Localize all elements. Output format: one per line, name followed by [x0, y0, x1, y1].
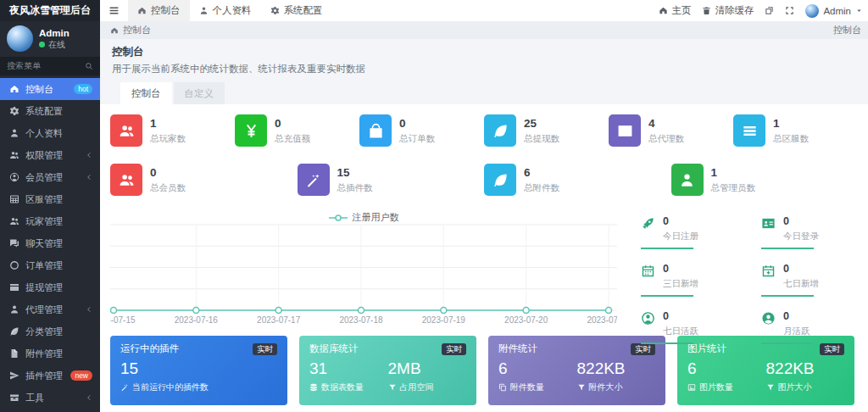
user-circle-solid-icon [761, 311, 776, 326]
dashboard-icon [9, 84, 19, 94]
stat-3day-new: 0三日新增 [641, 257, 737, 304]
hamburger-icon [108, 5, 120, 16]
sidebar-item-agents[interactable]: 代理管理 [0, 298, 100, 320]
stat-total-players: 1总玩家数 [110, 114, 235, 152]
sidebar-item-servers[interactable]: 区服管理 [0, 188, 100, 210]
users-icon [110, 114, 142, 147]
svg-text:2023-07-20: 2023-07-20 [504, 315, 548, 325]
admin-dashboard: 夜风冰雪管理后台 Admin 在线 搜索菜单 控制台hot 系统配置 个人资料 … [0, 0, 868, 412]
caret-down-icon [855, 7, 863, 14]
fullscreen-button[interactable] [785, 6, 794, 15]
svg-text:2023-07-15: 2023-07-15 [110, 315, 136, 325]
stat-total-recharge: 0总充值额 [235, 114, 359, 152]
legend-label: 注册用户数 [353, 211, 399, 224]
line-chart: 2023-07-152023-07-162023-07-172023-07-18… [110, 218, 617, 327]
user-icon [9, 128, 19, 138]
tab-dashboard[interactable]: 控制台 [120, 82, 172, 104]
user-circle-icon [641, 311, 655, 326]
gear-icon [270, 6, 280, 15]
app-title: 夜风冰雪管理后台 [0, 0, 100, 21]
kpi-cards: 运行中的插件实时 15当前运行中的插件数 数据库统计实时 31数据表数量 2MB… [110, 336, 854, 405]
sidebar-item-attachments[interactable]: 附件管理 [0, 342, 100, 365]
sidebar-item-members[interactable]: 会员管理 [0, 166, 100, 188]
filter-icon [577, 383, 586, 392]
topbar-tab-system-config[interactable]: 系统配置 [261, 0, 332, 21]
home-link[interactable]: 主页 [659, 4, 691, 17]
sidebar-item-plugins[interactable]: 插件管理new [0, 365, 100, 387]
avatar [7, 25, 33, 52]
main-area: 控制台 个人资料 系统配置 主页 清除缓存 Admin 控制台 控制台 控制台 [100, 0, 868, 412]
filter-icon [766, 383, 775, 392]
tab-custom[interactable]: 自定义 [174, 82, 225, 104]
chevron-left-icon [86, 394, 92, 401]
stat-total-servers: 1总区服数 [733, 114, 858, 152]
copy-icon [498, 383, 507, 392]
svg-text:2023-07-19: 2023-07-19 [422, 315, 466, 325]
stat-total-attachments: 6总附件数 [484, 164, 671, 201]
stat-total-plugins: 15总插件数 [298, 164, 485, 201]
svg-text:2023-07-18: 2023-07-18 [339, 315, 383, 325]
stats-row-2: 0总会员数 15总插件数 6总附件数 1总管理员数 [110, 164, 858, 201]
user-menu[interactable]: Admin [805, 4, 863, 18]
sidebar-toggle-button[interactable] [100, 5, 128, 16]
stat-total-members: 0总会员数 [110, 164, 298, 201]
card-title: 附件统计 [498, 342, 537, 355]
user-icon [671, 164, 704, 196]
new-window-button[interactable] [765, 6, 774, 15]
middle-row: 注册用户数 2023-07-152023-07-162023-07-172023… [100, 209, 868, 327]
user-name: Admin [39, 27, 70, 39]
sidebar-item-permissions[interactable]: 权限管理 [0, 144, 100, 166]
sidebar-item-orders[interactable]: 订单管理 [0, 254, 100, 276]
stat-total-withdrawals: 25总提现数 [484, 114, 609, 152]
stat-today-logins: 0今日登录 [761, 209, 858, 257]
list-icon [733, 114, 765, 147]
image-icon [687, 383, 696, 392]
users-icon [9, 150, 19, 160]
calendar-plus-icon [761, 264, 776, 278]
chart-legend[interactable]: 注册用户数 [110, 211, 617, 224]
topbar-tab-dashboard[interactable]: 控制台 [128, 0, 190, 21]
stat-today-registered: 0今日注册 [641, 209, 737, 257]
trash-icon [702, 6, 711, 15]
filter-icon [388, 383, 397, 392]
breadcrumb[interactable]: 控制台 [110, 24, 151, 36]
sidebar-item-chat[interactable]: 聊天管理 [0, 232, 100, 254]
file-icon [9, 348, 19, 359]
breadcrumb-right: 控制台 [833, 24, 861, 36]
wand-icon [120, 383, 129, 392]
registered-users-chart: 注册用户数 2023-07-152023-07-162023-07-172023… [110, 209, 617, 327]
topbar-tab-profile[interactable]: 个人资料 [190, 0, 261, 21]
sidebar-item-dashboard[interactable]: 控制台hot [0, 78, 100, 100]
sidebar-item-players[interactable]: 玩家管理 [0, 210, 100, 232]
dashboard-icon [110, 26, 119, 35]
stat-total-orders: 0总订单数 [359, 114, 484, 152]
online-dot [39, 42, 45, 47]
chevron-left-icon [86, 306, 92, 313]
avatar [805, 4, 819, 18]
user-icon [199, 6, 209, 15]
stat-monthly-active: 0月活跃 [761, 304, 858, 352]
sidebar-item-profile[interactable]: 个人资料 [0, 122, 100, 144]
database-icon [309, 383, 318, 392]
sidebar-item-categories[interactable]: 分类管理 [0, 320, 100, 342]
content: 控制台 用于展示当前系统中的统计数据、统计报表及重要实时数据 控制台 自定义 1… [100, 39, 868, 412]
dashboard-panel: 1总玩家数 0总充值额 0总订单数 25总提现数 4总代理数 1总区服数 0总会… [100, 104, 868, 412]
chevron-left-icon [86, 152, 92, 159]
search-placeholder: 搜索菜单 [7, 60, 41, 72]
sidebar-user-panel[interactable]: Admin 在线 [0, 21, 100, 55]
table-icon [9, 194, 19, 204]
page-header: 控制台 用于展示当前系统中的统计数据、统计报表及重要实时数据 控制台 自定义 [100, 39, 868, 104]
sidebar-item-tools[interactable]: 工具 [0, 387, 100, 409]
home-icon [659, 6, 668, 15]
clear-cache-button[interactable]: 清除缓存 [702, 4, 754, 17]
menu-search-input[interactable]: 搜索菜单 [0, 57, 100, 75]
mini-stats: 0今日注册 0今日登录 0三日新增 0七日新增 0七日活跃 0月活跃 [620, 209, 868, 327]
user-icon [9, 304, 19, 315]
wand-icon [298, 164, 330, 196]
circle-icon [9, 260, 19, 270]
stat-total-agents: 4总代理数 [609, 114, 733, 152]
users-icon [110, 164, 142, 196]
sidebar-item-system-config[interactable]: 系统配置 [0, 100, 100, 122]
sidebar-item-withdrawals[interactable]: 提现管理 [0, 276, 100, 298]
new-badge: new [70, 370, 92, 381]
